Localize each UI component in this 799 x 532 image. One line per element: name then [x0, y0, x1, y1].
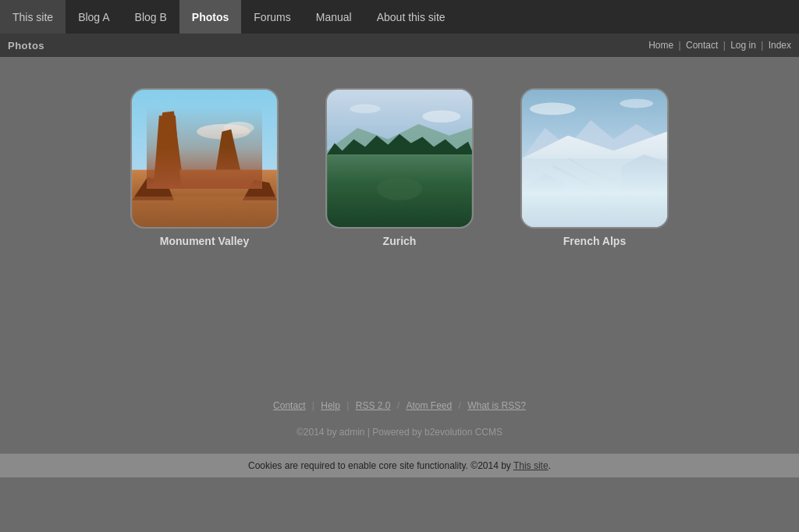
svg-marker-19 — [522, 174, 568, 227]
footer-atom[interactable]: Atom Feed — [406, 400, 452, 411]
svg-point-21 — [530, 103, 576, 115]
breadcrumb-separator: | — [676, 40, 684, 51]
footer-separator: / — [456, 400, 463, 411]
photo-image-zurich — [327, 90, 472, 227]
footer-links: Contact | Help | RSS 2.0 / Atom Feed / W… — [16, 400, 783, 411]
nav-item-photos[interactable]: Photos — [179, 0, 241, 34]
nav-item-about[interactable]: About this site — [364, 0, 458, 34]
breadcrumb-links: Home | Contact | Log in | Index — [648, 40, 791, 51]
photo-item-zurich[interactable]: Zurich — [325, 88, 474, 247]
svg-marker-20 — [621, 154, 667, 211]
cookie-bar: Cookies are required to enable core site… — [0, 453, 799, 477]
svg-point-22 — [620, 99, 653, 108]
footer-whatisrss[interactable]: What is RSS? — [467, 400, 526, 411]
svg-point-1 — [197, 124, 250, 140]
photo-item-monument-valley[interactable]: Monument Valley — [130, 88, 279, 247]
home-link[interactable]: Home — [648, 40, 673, 51]
svg-point-2 — [223, 122, 254, 134]
photo-item-french-alps[interactable]: French Alps — [520, 88, 669, 247]
svg-point-13 — [377, 177, 423, 200]
svg-marker-4 — [154, 111, 181, 169]
photo-caption-french-alps: French Alps — [563, 235, 626, 247]
nav-item-this-site[interactable]: This site — [0, 0, 66, 34]
photo-caption-monument-valley: Monument Valley — [160, 235, 249, 247]
footer-contact[interactable]: Contact — [273, 400, 305, 411]
navigation-bar: This siteBlog ABlog BPhotosForumsManualA… — [0, 0, 799, 34]
nav-item-blog-b[interactable]: Blog B — [123, 0, 179, 34]
cookie-suffix: . — [549, 460, 551, 471]
main-content: Monument Valley — [0, 57, 799, 369]
footer-help[interactable]: Help — [321, 400, 340, 411]
footer-separator: / — [394, 400, 402, 411]
breadcrumb-separator: | — [720, 40, 728, 51]
svg-point-15 — [350, 105, 380, 114]
index-link[interactable]: Index — [769, 40, 791, 51]
copyright: ©2014 by admin | Powered by b2evolution … — [16, 427, 783, 438]
footer: Contact | Help | RSS 2.0 / Atom Feed / W… — [0, 385, 799, 453]
cookie-site-link[interactable]: This site — [513, 460, 549, 471]
svg-rect-8 — [132, 197, 277, 227]
footer-separator: | — [344, 400, 352, 411]
svg-point-14 — [422, 110, 460, 122]
photo-thumb-french-alps — [520, 88, 669, 229]
nav-item-manual[interactable]: Manual — [304, 0, 364, 34]
photo-image-french-alps — [522, 90, 667, 227]
photos-grid: Monument Valley — [16, 88, 783, 247]
photo-caption-zurich: Zurich — [383, 235, 417, 247]
photo-thumb-monument-valley — [130, 88, 279, 229]
nav-item-blog-a[interactable]: Blog A — [66, 0, 122, 34]
contact-link[interactable]: Contact — [686, 40, 718, 51]
footer-separator: | — [309, 400, 317, 411]
breadcrumb-bar: Photos Home | Contact | Log in | Index — [0, 34, 799, 57]
photo-thumb-zurich — [325, 88, 474, 229]
nav-item-forums[interactable]: Forums — [241, 0, 303, 34]
svg-marker-5 — [216, 129, 240, 170]
breadcrumb-separator: | — [758, 40, 766, 51]
photo-image-monument-valley — [132, 90, 277, 227]
footer-rss[interactable]: RSS 2.0 — [356, 400, 391, 411]
login-link[interactable]: Log in — [730, 40, 756, 51]
cookie-text: Cookies are required to enable core site… — [248, 460, 513, 471]
page-title: Photos — [8, 40, 44, 51]
